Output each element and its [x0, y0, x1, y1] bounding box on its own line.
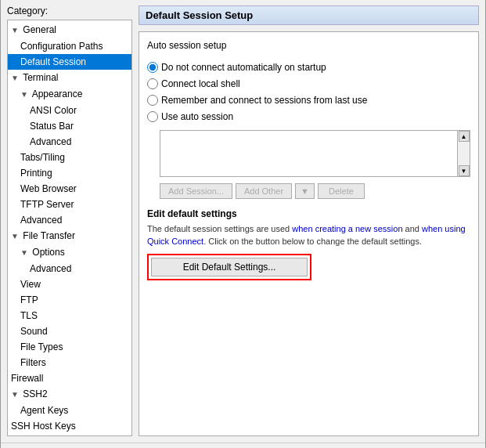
dialog-footer: OK Cancel: [1, 443, 485, 448]
section-header: Default Session Setup: [139, 5, 479, 25]
category-panel: Category: ▼ General Configuration Paths …: [7, 5, 132, 436]
sidebar-item-file-types[interactable]: File Types: [8, 339, 131, 355]
sidebar-item-file-transfer-label: File Transfer: [23, 230, 75, 241]
sidebar-item-advanced-ft-label: Advanced: [30, 263, 71, 274]
sidebar-item-filters-label: Filters: [20, 357, 46, 368]
content-panel: Default Session Setup Auto session setup…: [139, 5, 479, 436]
sidebar-item-view-label: View: [20, 279, 41, 290]
radio-use-auto[interactable]: [147, 111, 158, 122]
radio-row-2: Connect local shell: [147, 77, 470, 91]
expand-icon-ssh2: ▼: [11, 388, 20, 402]
sidebar-item-tabs-label: Tabs/Tiling: [20, 152, 65, 163]
sidebar-item-config-label: Configuration Paths: [20, 41, 103, 52]
dialog-body: Category: ▼ General Configuration Paths …: [1, 0, 485, 443]
edit-settings-label: Edit default settings: [147, 208, 470, 219]
desc-end: . Click on the button below to change th…: [203, 237, 422, 246]
sidebar-item-advanced-general-label: Advanced: [20, 215, 62, 226]
global-options-dialog: Global Options ✕ Category: ▼ General Con…: [0, 0, 486, 448]
edit-settings-section: Edit default settings The default sessio…: [147, 208, 470, 280]
radio-group: Do not connect automatically on startup …: [147, 60, 470, 124]
sidebar-item-ssh-host-keys[interactable]: SSH Host Keys: [8, 418, 131, 434]
sidebar-item-agent-keys[interactable]: Agent Keys: [8, 403, 131, 418]
radio-remember[interactable]: [147, 95, 158, 106]
radio-row-1: Do not connect automatically on startup: [147, 60, 470, 74]
expand-icon-options: ▼: [20, 246, 30, 260]
session-buttons: Add Session... Add Other ▼ Delete: [160, 183, 470, 199]
sidebar-item-printing-label: Printing: [20, 168, 52, 179]
category-label: Category:: [7, 5, 132, 16]
sidebar-item-sound[interactable]: Sound: [8, 323, 131, 339]
sidebar-item-firewall-label: Firewall: [11, 373, 43, 384]
sidebar-item-status-bar-label: Status Bar: [30, 121, 74, 132]
sidebar-item-general-label: General: [23, 24, 56, 35]
sidebar-item-ftp-label: FTP: [20, 294, 38, 305]
sidebar-item-general[interactable]: ▼ General: [8, 22, 131, 38]
add-other-button[interactable]: Add Other: [236, 183, 292, 199]
sidebar-item-tftp-label: TFTP Server: [20, 199, 74, 210]
sidebar-item-default-session[interactable]: Default Session: [8, 54, 131, 70]
sidebar-item-tabs-tiling[interactable]: Tabs/Tiling: [8, 150, 131, 165]
sidebar-item-status-bar[interactable]: Status Bar: [8, 118, 131, 134]
sidebar-item-agent-keys-label: Agent Keys: [20, 405, 68, 416]
sidebar-item-file-transfer[interactable]: ▼ File Transfer: [8, 228, 131, 244]
sidebar-item-options[interactable]: ▼ Options: [8, 244, 131, 261]
radio-do-not-connect[interactable]: [147, 62, 158, 73]
add-other-arrow-button[interactable]: ▼: [295, 183, 315, 199]
radio-row-3: Remember and connect to sessions from la…: [147, 93, 470, 107]
sidebar-item-appearance[interactable]: ▼ Appearance: [8, 86, 131, 103]
sidebar-item-ssh2[interactable]: ▼ SSH2: [8, 386, 131, 403]
sidebar-item-default-session-label: Default Session: [20, 56, 86, 67]
auto-session-label: Auto session setup: [147, 40, 470, 51]
radio-label-1: Do not connect automatically on startup: [161, 60, 326, 74]
sidebar-item-ansi-label: ANSI Color: [30, 105, 77, 116]
desc-highlight1: when creating a new session: [292, 224, 402, 233]
sidebar-item-options-label: Options: [32, 247, 64, 258]
radio-label-2: Connect local shell: [161, 77, 240, 91]
sidebar-item-ssh-host-keys-label: SSH Host Keys: [11, 421, 76, 432]
sidebar-item-appearance-label: Appearance: [32, 89, 83, 99]
radio-label-4: Use auto session: [161, 110, 233, 124]
sidebar-item-firewall[interactable]: Firewall: [8, 370, 131, 386]
sidebar-item-web-browser-label: Web Browser: [20, 183, 77, 194]
expand-icon-file-transfer: ▼: [11, 229, 20, 244]
sidebar-item-tls[interactable]: TLS: [8, 308, 131, 323]
edit-default-settings-button[interactable]: Edit Default Settings...: [151, 258, 308, 276]
edit-default-btn-wrapper: Edit Default Settings...: [147, 254, 311, 280]
section-title: Default Session Setup: [146, 9, 253, 21]
sidebar-item-view[interactable]: View: [8, 276, 131, 292]
expand-icon-terminal: ▼: [11, 71, 20, 85]
delete-button[interactable]: Delete: [318, 183, 365, 199]
sidebar-item-sound-label: Sound: [20, 326, 48, 337]
radio-connect-local[interactable]: [147, 78, 158, 89]
sidebar-item-terminal-label: Terminal: [23, 72, 58, 83]
sidebar-item-file-types-label: File Types: [20, 341, 63, 352]
sidebar-item-ansi-color[interactable]: ANSI Color: [8, 103, 131, 118]
expand-icon-appearance: ▼: [20, 88, 30, 102]
sidebar-item-advanced-ft[interactable]: Advanced: [8, 261, 131, 276]
sidebar-item-advanced-terminal[interactable]: Advanced: [8, 134, 131, 150]
desc-plain: The default session settings are used: [147, 224, 292, 233]
sidebar-item-terminal[interactable]: ▼ Terminal: [8, 70, 131, 86]
scrollbar-down-button[interactable]: ▼: [459, 165, 470, 176]
sidebar-item-tls-label: TLS: [20, 310, 38, 321]
scrollbar: ▲ ▼: [457, 131, 470, 176]
content-body: Auto session setup Do not connect automa…: [139, 31, 479, 436]
radio-label-3: Remember and connect to sessions from la…: [161, 93, 367, 107]
session-list: ▲ ▼: [160, 130, 470, 177]
scrollbar-up-button[interactable]: ▲: [459, 131, 470, 142]
sidebar-item-configuration-paths[interactable]: Configuration Paths: [8, 38, 131, 54]
sidebar-item-printing[interactable]: Printing: [8, 165, 131, 181]
edit-settings-desc: The default session settings are used wh…: [147, 222, 470, 247]
desc-middle: and: [403, 224, 422, 233]
sidebar-item-advanced-general[interactable]: Advanced: [8, 212, 131, 228]
sidebar-item-ssh2-label: SSH2: [23, 388, 47, 399]
sidebar-item-web-browser[interactable]: Web Browser: [8, 181, 131, 197]
sidebar-item-filters[interactable]: Filters: [8, 355, 131, 370]
expand-icon-general: ▼: [11, 23, 20, 38]
sidebar-item-tftp-server[interactable]: TFTP Server: [8, 197, 131, 212]
sidebar-item-advanced-terminal-label: Advanced: [30, 136, 71, 147]
add-session-button[interactable]: Add Session...: [160, 183, 232, 199]
radio-row-4: Use auto session: [147, 110, 470, 124]
category-tree: ▼ General Configuration Paths Default Se…: [7, 20, 132, 436]
sidebar-item-ftp[interactable]: FTP: [8, 292, 131, 308]
